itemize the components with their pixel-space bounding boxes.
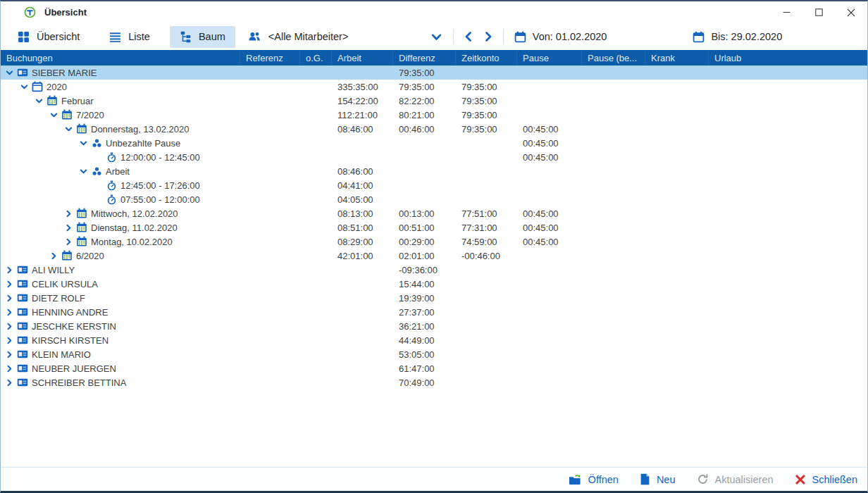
tree-row-label: 12:00:00 - 12:45:00	[120, 152, 200, 163]
calendar-day-icon	[76, 208, 87, 219]
tree-row[interactable]: HENNING ANDRE27:37:00	[1, 305, 867, 319]
chevron-right-icon[interactable]	[63, 208, 74, 219]
cell-differenz: 02:01:00	[393, 251, 456, 261]
chevron-down-icon[interactable]	[63, 124, 74, 135]
close-button[interactable]: Schließen	[795, 474, 857, 485]
chevron-right-icon[interactable]	[4, 293, 15, 304]
cell-differenz: -09:36:00	[393, 265, 456, 275]
tree-row[interactable]: SCHREIBER BETTINA70:49:00	[1, 375, 867, 389]
column-header-zeitkonto[interactable]: Zeitkonto	[456, 50, 517, 65]
cell-zeitkonto: 79:35:00	[456, 96, 517, 106]
tree-row[interactable]: 2020335:35:0079:35:0079:35:00	[1, 80, 867, 94]
next-period-button[interactable]	[478, 27, 498, 46]
app-window: Übersicht ÜbersichtListeBaum <Alle Mitar…	[0, 0, 868, 493]
maximize-button[interactable]	[802, 1, 835, 23]
column-header-pause[interactable]: Pause	[517, 50, 582, 65]
column-header-arbeit[interactable]: Arbeit	[332, 50, 393, 65]
date-from-field[interactable]: Von: 01.02.2020	[514, 31, 607, 43]
column-header-og[interactable]: o.G.	[300, 50, 332, 65]
chevron-down-icon[interactable]	[19, 82, 30, 92]
refresh-button: Aktualisieren	[697, 473, 774, 485]
chevron-right-icon[interactable]	[4, 265, 15, 275]
column-header-urlaub[interactable]: Urlaub	[709, 50, 867, 65]
tree-row[interactable]: 6/202042:01:0002:01:00-00:46:00	[1, 249, 867, 263]
cell-differenz: 70:49:00	[393, 377, 456, 388]
person-card-icon	[17, 335, 28, 346]
chevron-down-icon[interactable]	[34, 96, 44, 106]
column-header-tree[interactable]: Buchungen	[1, 50, 240, 65]
list-view-icon	[109, 31, 121, 43]
tree-row-label: Donnerstag, 13.02.2020	[91, 124, 190, 135]
tree-row[interactable]: SIEBER MARIE79:35:00	[1, 65, 867, 80]
view-button-label: Baum	[199, 31, 225, 42]
tree-row-label: SIEBER MARIE	[32, 68, 97, 78]
cell-differenz: 44:49:00	[393, 335, 456, 346]
chevron-down-icon[interactable]	[49, 110, 59, 120]
cell-arbeit: 08:46:00	[332, 124, 393, 135]
date-to-value: Bis: 29.02.2020	[711, 31, 782, 42]
cell-pause: 00:45:00	[517, 124, 582, 135]
person-card-icon	[17, 306, 28, 318]
tree-row[interactable]: ALI WILLY-09:36:00	[1, 263, 867, 277]
tree-row[interactable]: CELIK URSULA15:44:00	[1, 277, 867, 291]
column-header-referenz[interactable]: Referenz	[240, 50, 300, 65]
cell-zeitkonto: 74:59:00	[456, 237, 517, 247]
tree-row[interactable]: KLEIN MARIO53:05:00	[1, 347, 867, 361]
chevron-right-icon[interactable]	[63, 237, 74, 247]
chevron-right-icon[interactable]	[4, 279, 15, 289]
calendar-week-icon	[61, 109, 73, 120]
calendar-year-icon	[32, 81, 43, 92]
column-header-differenz[interactable]: Differenz	[393, 50, 456, 65]
cell-differenz: 36:21:00	[393, 321, 456, 332]
refresh-icon	[697, 473, 709, 485]
chevron-right-icon[interactable]	[4, 321, 15, 332]
tree-row[interactable]: DIETZ ROLF19:39:00	[1, 291, 867, 305]
tree-row[interactable]: 7/2020112:21:0080:21:0079:35:00	[1, 108, 867, 122]
chevron-down-icon[interactable]	[78, 166, 89, 177]
view-button-uebersicht[interactable]: Übersicht	[8, 26, 89, 48]
open-button[interactable]: Öffnen	[569, 474, 619, 485]
person-card-icon	[17, 292, 28, 304]
tree-row[interactable]: Unbezahlte Pause00:45:00	[1, 136, 867, 150]
view-button-liste[interactable]: Liste	[99, 26, 160, 48]
view-button-baum[interactable]: Baum	[170, 26, 235, 48]
date-to-field[interactable]: Bis: 29.02.2020	[693, 31, 782, 43]
tree-row[interactable]: KIRSCH KIRSTEN44:49:00	[1, 333, 867, 347]
column-header-pause_bezahlt[interactable]: Pause (be...	[582, 50, 645, 65]
tree-row[interactable]: 12:45:00 - 17:26:0004:41:00	[1, 178, 867, 192]
prev-period-button[interactable]	[459, 27, 478, 46]
cell-differenz: 15:44:00	[393, 279, 456, 289]
cell-differenz: 53:05:00	[393, 349, 456, 360]
chevron-right-icon[interactable]	[63, 223, 74, 233]
tree-row[interactable]: Montag, 10.02.202008:29:0000:29:0074:59:…	[1, 235, 867, 249]
employee-filter-dropdown[interactable]: <Alle Mitarbeiter>	[242, 31, 448, 43]
tree-row[interactable]: Februar154:22:0082:22:0079:35:00	[1, 94, 867, 108]
chevron-right-icon[interactable]	[49, 251, 59, 261]
chevron-down-icon[interactable]	[78, 138, 89, 149]
cell-differenz: 00:51:00	[393, 223, 456, 233]
tree-row-label: JESCHKE KERSTIN	[32, 321, 116, 332]
cell-zeitkonto: 77:51:00	[456, 208, 517, 219]
cell-arbeit: 04:41:00	[332, 180, 393, 191]
tree-row[interactable]: NEUBER JUERGEN61:47:00	[1, 361, 867, 375]
date-from-value: Von: 01.02.2020	[533, 31, 607, 42]
chevron-down-icon[interactable]	[4, 68, 15, 78]
column-header-krank[interactable]: Krank	[645, 50, 709, 65]
cell-pause: 00:45:00	[517, 138, 582, 149]
chevron-right-icon[interactable]	[4, 335, 15, 346]
tree-row[interactable]: Dienstag, 11.02.202008:51:0000:51:0077:3…	[1, 220, 867, 235]
minimize-button[interactable]	[770, 1, 802, 23]
chevron-right-icon[interactable]	[4, 377, 15, 388]
tree-row[interactable]: JESCHKE KERSTIN36:21:00	[1, 319, 867, 333]
new-button[interactable]: Neu	[640, 473, 676, 485]
chevron-right-icon[interactable]	[4, 307, 15, 318]
close-window-button[interactable]	[835, 1, 867, 23]
tree-row[interactable]: Donnerstag, 13.02.202008:46:0000:46:0079…	[1, 122, 867, 136]
chevron-right-icon[interactable]	[4, 363, 15, 374]
chevron-right-icon[interactable]	[4, 349, 15, 360]
tree-row[interactable]: Mittwoch, 12.02.202008:13:0000:13:0077:5…	[1, 206, 867, 220]
tree-row[interactable]: 07:55:00 - 12:00:0004:05:00	[1, 192, 867, 206]
tree-row[interactable]: Arbeit08:46:00	[1, 164, 867, 178]
stopwatch-icon	[106, 194, 117, 205]
tree-row[interactable]: 12:00:00 - 12:45:0000:45:00	[1, 150, 867, 164]
